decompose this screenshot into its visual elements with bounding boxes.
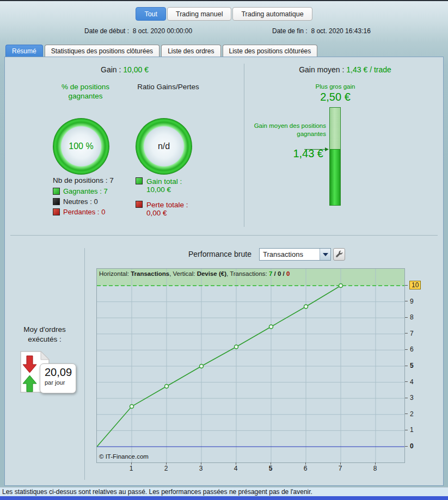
ratio-gains-pertes-title: Ratio Gains/Pertes bbox=[131, 82, 205, 91]
gain-moyen-gagnantes-label: Gain moyen des positions gagnantes bbox=[239, 122, 326, 138]
nb-positions: Nb de positions : 7 bbox=[53, 176, 114, 184]
gain-title: Gain : 10,00 € bbox=[5, 65, 244, 74]
y-axis-tick-2: 2 bbox=[405, 410, 414, 418]
y-axis-tick-7: 7 bbox=[405, 329, 414, 338]
date-start-value: 8 oct. 2020 00:00:00 bbox=[133, 27, 192, 35]
legend-row-gagnantes: Gagnantes : 7 bbox=[53, 187, 108, 195]
tab-statistiques-positions-cloturees[interactable]: Statistiques des positions clôturées bbox=[45, 45, 159, 57]
gain-value: 10,00 € bbox=[123, 65, 149, 74]
tab-liste-positions-cloturees[interactable]: Liste des positions clôturées bbox=[223, 45, 318, 57]
chevron-down-icon bbox=[323, 253, 328, 256]
gain-total-value: 10,00 € bbox=[146, 186, 182, 194]
ratio-value: n/d bbox=[158, 141, 170, 151]
y-axis-tick-10: 10 bbox=[405, 281, 421, 289]
y-axis-tick-0: 0 bbox=[405, 442, 414, 450]
gain-moyen-bar-remainder bbox=[330, 108, 340, 150]
chart-y-axis: 012345678910 bbox=[405, 268, 428, 466]
orders-title: Moy d'ordres exécutés : bbox=[8, 325, 81, 344]
y-axis-tick-9: 9 bbox=[405, 297, 414, 306]
x-axis-tick-3: 3 bbox=[194, 465, 207, 472]
x-axis-tick-6: 6 bbox=[299, 465, 312, 472]
arrow-pointer-icon bbox=[303, 146, 329, 153]
gain-moyen-title: Gain moyen : 1,43 € / trade bbox=[250, 65, 440, 74]
performance-line-chart: Horizontal: Transactions, Vertical: Devi… bbox=[96, 268, 405, 463]
date-start: Date de début : 8 oct. 2020 00:00:00 bbox=[84, 27, 192, 35]
resume-panel: Gain : 10,00 € % de positions gagnantes … bbox=[4, 57, 444, 486]
gain-total-block: Gain total : 10,00 € bbox=[136, 177, 182, 194]
red-square-icon bbox=[136, 201, 143, 208]
gain-moyen-bar-fill bbox=[330, 150, 340, 205]
chart-settings-button[interactable] bbox=[333, 248, 345, 261]
horizontal-divider bbox=[10, 235, 438, 236]
red-square-icon bbox=[53, 208, 60, 215]
orders-per-day-box: 20,09 par jour bbox=[40, 363, 76, 393]
filter-button-trading-automatique[interactable]: Trading automatique bbox=[232, 7, 312, 21]
dropdown-arrow-button[interactable] bbox=[320, 249, 330, 260]
y-axis-tick-6: 6 bbox=[405, 345, 414, 354]
gain-moyen-label: Gain moyen : bbox=[299, 65, 344, 74]
green-square-icon bbox=[53, 188, 60, 195]
date-end-value: 8 oct. 2020 16:43:16 bbox=[311, 27, 370, 35]
date-end-label: Date de fin : bbox=[272, 27, 308, 35]
window-bottom-bar bbox=[0, 496, 448, 500]
pct-gagnantes-donut: 100 % bbox=[53, 118, 109, 175]
y-axis-tick-8: 8 bbox=[405, 313, 414, 322]
x-axis-tick-1: 1 bbox=[125, 465, 138, 472]
orders-unit: par jour bbox=[45, 379, 76, 386]
plus-gros-gain-label: Plus gros gain bbox=[289, 83, 382, 90]
perte-totale-value: 0,00 € bbox=[146, 209, 188, 217]
gain-moyen-value: 1,43 € / trade bbox=[346, 65, 391, 74]
tab-liste-des-ordres[interactable]: Liste des ordres bbox=[161, 45, 220, 57]
date-start-label: Date de début : bbox=[84, 27, 129, 35]
wrench-icon bbox=[335, 250, 343, 258]
performance-brute-label: Performance brute bbox=[188, 250, 251, 258]
perte-totale-label: Perte totale : bbox=[146, 201, 188, 209]
orders-value: 20,09 bbox=[45, 366, 76, 379]
disclaimer-bar: Les statistiques ci-dessus sont relative… bbox=[0, 487, 448, 496]
gain-label: Gain : bbox=[101, 65, 121, 74]
x-axis-tick-5: 5 bbox=[264, 465, 277, 472]
dropdown-selected-value: Transactions bbox=[260, 250, 320, 258]
y-axis-tick-4: 4 bbox=[405, 378, 414, 386]
ratio-donut: n/d bbox=[136, 118, 192, 175]
x-axis-tick-4: 4 bbox=[229, 465, 242, 472]
filter-button-tout[interactable]: Tout bbox=[136, 7, 166, 21]
window-top-edge bbox=[0, 0, 448, 1]
gain-total-label: Gain total : bbox=[146, 177, 182, 186]
vertical-divider bbox=[84, 248, 85, 480]
legend-perdantes: Perdantes : 0 bbox=[63, 208, 105, 216]
trading-filter-button-group: Tout Trading manuel Trading automatique bbox=[0, 7, 448, 21]
trading-statistics-window: Tout Trading manuel Trading automatique … bbox=[0, 0, 448, 500]
nb-positions-label: Nb de positions : bbox=[53, 176, 108, 184]
chart-x-axis: 12345678 bbox=[96, 463, 404, 473]
legend-row-neutres: Neutres : 0 bbox=[53, 197, 98, 206]
y-axis-tick-1: 1 bbox=[405, 425, 414, 434]
y-axis-tick-5: 5 bbox=[405, 361, 414, 370]
pct-gagnantes-title: % de positions gagnantes bbox=[48, 82, 122, 101]
black-square-icon bbox=[53, 198, 60, 205]
vertical-divider bbox=[244, 64, 244, 227]
x-axis-tick-7: 7 bbox=[334, 465, 347, 472]
gain-moyen-bar bbox=[329, 107, 341, 206]
filter-button-trading-manuel[interactable]: Trading manuel bbox=[167, 7, 231, 21]
plus-gros-gain-value: 2,50 € bbox=[289, 91, 382, 103]
nb-positions-value: 7 bbox=[109, 176, 114, 184]
legend-row-perdantes: Perdantes : 0 bbox=[53, 208, 105, 216]
chart-copyright: © IT-Finance.com bbox=[99, 453, 149, 460]
tab-resume[interactable]: Résumé bbox=[5, 45, 43, 57]
perte-totale-block: Perte totale : 0,00 € bbox=[136, 201, 188, 217]
y-axis-tick-3: 3 bbox=[405, 393, 414, 402]
pct-gagnantes-value: 100 % bbox=[69, 141, 93, 151]
chart-info-line: Horizontal: Transactions, Vertical: Devi… bbox=[99, 270, 290, 277]
legend-gagnantes: Gagnantes : 7 bbox=[63, 187, 108, 195]
legend-neutres: Neutres : 0 bbox=[63, 197, 98, 206]
statistics-tab-bar: Résumé Statistiques des positions clôtur… bbox=[5, 43, 448, 57]
x-axis-tick-2: 2 bbox=[159, 465, 173, 472]
chart-plot-area bbox=[97, 269, 404, 462]
disclaimer-text: Les statistiques ci-dessus sont relative… bbox=[2, 488, 312, 496]
chart-mode-dropdown[interactable]: Transactions bbox=[259, 248, 331, 261]
x-axis-tick-8: 8 bbox=[369, 465, 382, 472]
green-square-icon bbox=[136, 177, 143, 184]
date-end: Date de fin : 8 oct. 2020 16:43:16 bbox=[272, 27, 371, 35]
